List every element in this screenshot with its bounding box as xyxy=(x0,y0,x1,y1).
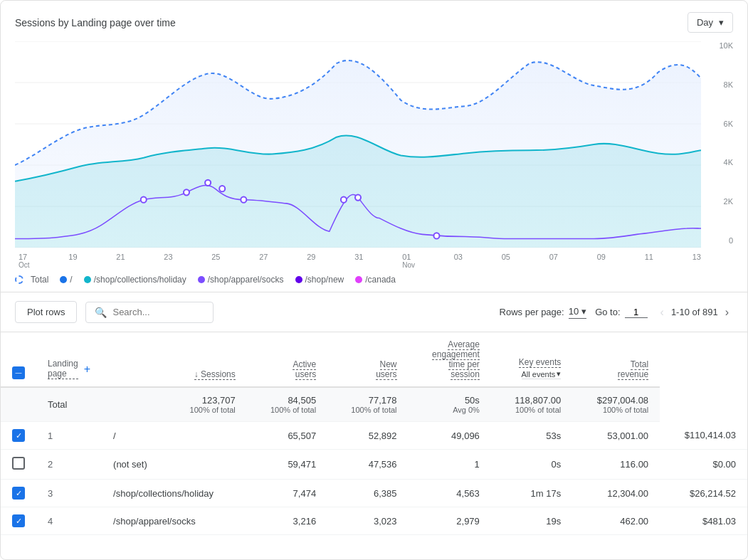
row-key-events: 116.00 xyxy=(572,450,660,480)
row-active-users: 47,536 xyxy=(327,450,408,480)
row-key-events: 462.00 xyxy=(572,507,660,535)
legend-socks: /shop/apparel/socks xyxy=(198,275,284,285)
row-new-users: 2,979 xyxy=(409,507,491,535)
y-axis-labels: 10K 8K 6K 4K 2K 0 xyxy=(705,41,733,248)
col-header-active-users[interactable]: Activeusers xyxy=(247,332,327,387)
legend-holiday: /shop/collections/holiday xyxy=(84,275,186,285)
goto-field: Go to: xyxy=(595,307,647,318)
chart-canvas xyxy=(15,41,701,248)
total-active-users: 84,505 100% of total xyxy=(247,387,327,422)
row-total-revenue: $481.03 xyxy=(660,507,747,535)
next-page-button[interactable]: › xyxy=(721,305,733,320)
pagination-controls: Rows per page: 10 ▾ Go to: ‹ 1-10 of 891… xyxy=(500,305,733,320)
x-axis-labels: 17Oct 19 21 23 25 27 29 31 01Nov 03 05 0… xyxy=(15,253,701,269)
row-new-users: 4,563 xyxy=(409,480,491,507)
row-active-users: 3,023 xyxy=(327,507,408,535)
total-revenue: $297,004.08 100% of total xyxy=(572,387,660,422)
row-sessions: 3,216 xyxy=(247,507,327,535)
row-new-users: 49,096 xyxy=(409,422,491,450)
col-header-landing-page: Landing page + xyxy=(36,332,102,387)
row-num: 4 xyxy=(36,507,102,535)
chevron-down-icon: ▾ xyxy=(557,369,561,379)
row-key-events: 53,001.00 xyxy=(572,422,660,450)
row-avg-engagement: 19s xyxy=(491,507,572,535)
col-header-new-users[interactable]: Newusers xyxy=(327,332,408,387)
row-sessions: 65,507 xyxy=(247,422,327,450)
row-avg-engagement: 1m 17s xyxy=(491,480,572,507)
legend-slash: / xyxy=(60,275,72,285)
row-landing-page: /shop/apparel/socks xyxy=(102,507,247,535)
row-checkbox[interactable] xyxy=(1,507,36,535)
row-key-events: 12,304.00 xyxy=(572,480,660,507)
rows-per-page-select[interactable]: 10 ▾ xyxy=(569,306,586,319)
col-header-total-revenue[interactable]: Totalrevenue xyxy=(572,332,660,387)
plot-rows-button[interactable]: Plot rows xyxy=(15,301,77,323)
row-num: 1 xyxy=(36,422,102,450)
page-info: 1-10 of 891 xyxy=(671,307,718,317)
legend-total: Total xyxy=(15,275,48,285)
svg-point-11 xyxy=(341,197,347,203)
page-nav: ‹ 1-10 of 891 › xyxy=(656,305,733,320)
row-new-users: 1 xyxy=(409,450,491,480)
row-num: 3 xyxy=(36,480,102,507)
svg-point-8 xyxy=(205,180,211,186)
row-avg-engagement: 0s xyxy=(491,450,572,480)
row-landing-page: / xyxy=(102,422,247,450)
svg-point-6 xyxy=(141,197,147,203)
svg-point-9 xyxy=(219,186,225,191)
total-checkbox-cell xyxy=(1,387,36,422)
search-icon: 🔍 xyxy=(95,307,107,318)
timeframe-selector[interactable]: Day ▾ xyxy=(688,12,733,33)
total-sessions: 123,707 100% of total xyxy=(102,387,247,422)
search-box[interactable]: 🔍 xyxy=(85,302,214,323)
data-table: Landing page + ↓ Sessions Activeusers Ne… xyxy=(1,332,747,535)
all-events-filter[interactable]: All events ▾ xyxy=(522,369,562,379)
table-row: 4 /shop/apparel/socks 3,216 3,023 2,979 … xyxy=(1,507,747,535)
svg-point-7 xyxy=(184,189,189,195)
row-total-revenue: $26,214.52 xyxy=(660,480,747,507)
row-landing-page: /shop/collections/holiday xyxy=(102,480,247,507)
row-sessions: 7,474 xyxy=(247,480,327,507)
chevron-down-icon: ▾ xyxy=(719,17,724,28)
table-row: 2 (not set) 59,471 47,536 1 0s 116.00 $0… xyxy=(1,450,747,480)
row-avg-engagement: 53s xyxy=(491,422,572,450)
row-landing-page: (not set) xyxy=(102,450,247,480)
total-key-events: 118,807.00 100% of total xyxy=(491,387,572,422)
rows-per-page: Rows per page: 10 ▾ xyxy=(500,306,587,319)
legend-canada: /canada xyxy=(355,275,396,285)
col-header-sessions[interactable]: ↓ Sessions xyxy=(102,332,247,387)
total-row: Total 123,707 100% of total 84,505 100% … xyxy=(1,387,747,422)
row-checkbox[interactable] xyxy=(1,422,36,450)
total-new-users: 77,178 100% of total xyxy=(327,387,408,422)
row-total-revenue: $110,414.03 xyxy=(660,422,747,450)
add-column-icon[interactable]: + xyxy=(84,363,90,376)
chart-legend: Total / /shop/collections/holiday /shop/… xyxy=(15,275,733,285)
table-toolbar: Plot rows 🔍 Rows per page: 10 ▾ Go to: ‹… xyxy=(1,292,747,332)
col-header-key-events[interactable]: Key events All events ▾ xyxy=(491,332,572,387)
svg-point-10 xyxy=(241,197,246,203)
row-sessions: 59,471 xyxy=(247,450,327,480)
chevron-down-icon: ▾ xyxy=(581,306,586,317)
chart-title: Sessions by Landing page over time xyxy=(15,17,176,28)
svg-point-13 xyxy=(433,233,439,238)
legend-new: /shop/new xyxy=(295,275,344,285)
row-checkbox[interactable] xyxy=(1,450,36,480)
prev-page-button[interactable]: ‹ xyxy=(656,305,668,320)
select-all-header[interactable] xyxy=(1,332,36,387)
row-num: 2 xyxy=(36,450,102,480)
col-header-avg-engagement[interactable]: Averageengagementtime persession xyxy=(409,332,491,387)
goto-input[interactable] xyxy=(625,307,648,318)
row-checkbox[interactable] xyxy=(1,480,36,507)
search-input[interactable] xyxy=(112,307,184,317)
table-row: 1 / 65,507 52,892 49,096 53s 53,001.00 $… xyxy=(1,422,747,450)
total-label: Total xyxy=(36,387,102,422)
svg-point-12 xyxy=(355,194,361,200)
total-avg-engagement: 50s Avg 0% xyxy=(409,387,491,422)
row-active-users: 6,385 xyxy=(327,480,408,507)
row-active-users: 52,892 xyxy=(327,422,408,450)
row-total-revenue: $0.00 xyxy=(660,450,747,480)
table-row: 3 /shop/collections/holiday 7,474 6,385 … xyxy=(1,480,747,507)
